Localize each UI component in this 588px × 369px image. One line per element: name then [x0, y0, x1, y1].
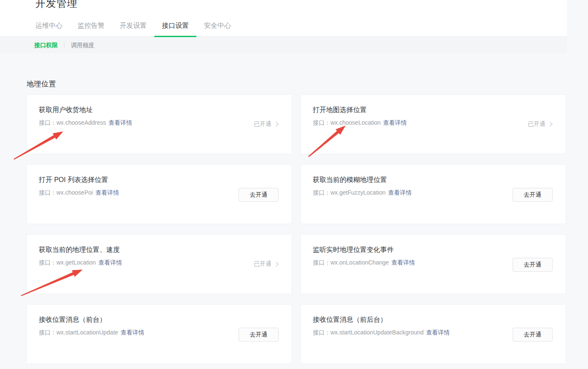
api-card-title: 获取用户收货地址 — [39, 106, 93, 115]
activate-button[interactable]: 去开通 — [513, 188, 553, 202]
status-label: 已开通 — [254, 120, 271, 128]
view-details-link[interactable]: 查看详情 — [392, 259, 415, 266]
api-card-onLocationChange: 监听实时地理位置变化事件 接口：wx.onLocationChange查看详情 … — [301, 234, 566, 294]
api-card-title: 打开地图选择位置 — [313, 106, 367, 115]
api-line: 接口：wx.chooseLocation查看详情 — [313, 119, 407, 127]
api-name: wx.startLocationUpdate — [56, 329, 118, 336]
api-label: 接口：wx.getFuzzyLocation — [313, 189, 386, 196]
view-details-link[interactable]: 查看详情 — [121, 329, 144, 336]
api-card-title: 接收位置消息（前后台） — [313, 316, 387, 324]
api-line: 接口：wx.getFuzzyLocation查看详情 — [313, 189, 412, 197]
api-label: 接口：wx.getLocation — [39, 259, 96, 266]
tab-monitor-alert[interactable]: 监控告警 — [70, 21, 112, 37]
api-name: wx.onLocationChange — [330, 259, 389, 266]
api-line: 接口：wx.getLocation查看详情 — [39, 259, 122, 267]
api-line: 接口：wx.startLocationUpdateBackground查看详情 — [313, 329, 450, 337]
view-details-link[interactable]: 查看详情 — [98, 259, 122, 266]
section-title-geolocation: 地理位置 — [27, 79, 588, 89]
status-label: 已开通 — [528, 120, 545, 128]
api-label: 接口：wx.startLocationUpdateBackground — [313, 329, 424, 336]
api-card-grid: 获取用户收货地址 接口：wx.chooseAddress查看详情 已开通 打开地… — [27, 94, 588, 364]
view-details-link[interactable]: 查看详情 — [95, 189, 119, 196]
activate-button[interactable]: 去开通 — [239, 328, 279, 342]
api-card-title: 获取当前的地理位置、速度 — [39, 246, 120, 254]
api-card-choosePoi: 打开 POI 列表选择位置 接口：wx.choosePoi查看详情 去开通 — [27, 164, 292, 224]
api-card-getFuzzyLocation: 获取当前的模糊地理位置 接口：wx.getFuzzyLocation查看详情 去… — [301, 164, 566, 224]
api-name: wx.getLocation — [56, 259, 96, 266]
chevron-right-icon — [548, 122, 552, 126]
api-card-title: 监听实时地理位置变化事件 — [313, 246, 394, 254]
tab-bar: 运维中心 监控告警 开发设置 接口设置 安全中心 — [28, 21, 239, 37]
view-details-link[interactable]: 查看详情 — [388, 189, 412, 196]
api-name: wx.startLocationUpdateBackground — [330, 329, 424, 336]
tab-dev-settings[interactable]: 开发设置 — [112, 21, 154, 37]
subnav-divider — [64, 43, 64, 48]
api-label: 接口：wx.onLocationChange — [313, 259, 389, 266]
api-label: 接口：wx.chooseAddress — [39, 119, 106, 126]
subnav-call-quota[interactable]: 调用额度 — [71, 42, 94, 49]
api-name: wx.chooseAddress — [56, 119, 106, 126]
api-card-getLocation: 获取当前的地理位置、速度 接口：wx.getLocation查看详情 已开通 — [27, 234, 292, 294]
status-label: 已开通 — [254, 260, 271, 268]
api-line: 接口：wx.onLocationChange查看详情 — [313, 259, 415, 267]
tab-api-settings[interactable]: 接口设置 — [154, 21, 196, 37]
api-name: wx.choosePoi — [56, 189, 93, 196]
api-label: 接口：wx.startLocationUpdate — [39, 329, 118, 336]
api-card-chooseLocation: 打开地图选择位置 接口：wx.chooseLocation查看详情 已开通 — [301, 94, 566, 154]
api-card-title: 接收位置消息（前台） — [39, 316, 106, 324]
activate-button[interactable]: 去开通 — [513, 328, 553, 342]
subnav-api-permissions[interactable]: 接口权限 — [34, 42, 58, 49]
status-opened-link[interactable]: 已开通 — [254, 260, 278, 268]
chevron-right-icon — [274, 262, 278, 266]
api-name: wx.chooseLocation — [330, 119, 381, 126]
chevron-right-icon — [274, 122, 278, 126]
sub-nav: 接口权限 调用额度 — [0, 37, 567, 53]
api-card-startLocationUpdateBackground: 接收位置消息（前后台） 接口：wx.startLocationUpdateBac… — [301, 304, 566, 364]
api-card-startLocationUpdate: 接收位置消息（前台） 接口：wx.startLocationUpdate查看详情… — [27, 304, 292, 364]
api-line: 接口：wx.choosePoi查看详情 — [39, 189, 119, 197]
status-opened-link[interactable]: 已开通 — [254, 120, 278, 128]
api-card-chooseAddress: 获取用户收货地址 接口：wx.chooseAddress查看详情 已开通 — [27, 94, 292, 154]
api-line: 接口：wx.startLocationUpdate查看详情 — [39, 329, 144, 337]
status-opened-link[interactable]: 已开通 — [528, 120, 552, 128]
activate-button[interactable]: 去开通 — [239, 188, 279, 202]
view-details-link[interactable]: 查看详情 — [426, 329, 450, 336]
view-details-link[interactable]: 查看详情 — [109, 119, 132, 126]
tab-security-center[interactable]: 安全中心 — [196, 21, 239, 37]
api-line: 接口：wx.chooseAddress查看详情 — [39, 119, 132, 127]
page-title: 开发管理 — [35, 0, 78, 10]
api-label: 接口：wx.choosePoi — [39, 189, 93, 196]
page-header: 开发管理 运维中心 监控告警 开发设置 接口设置 安全中心 — [0, 0, 567, 37]
view-details-link[interactable]: 查看详情 — [383, 119, 407, 126]
api-card-title: 打开 POI 列表选择位置 — [39, 176, 108, 184]
api-name: wx.getFuzzyLocation — [330, 189, 386, 196]
content-area: 地理位置 获取用户收货地址 接口：wx.chooseAddress查看详情 已开… — [0, 53, 588, 364]
api-label: 接口：wx.chooseLocation — [313, 119, 381, 126]
activate-button[interactable]: 去开通 — [513, 258, 553, 272]
tab-ops-center[interactable]: 运维中心 — [28, 21, 70, 37]
api-card-title: 获取当前的模糊地理位置 — [313, 176, 387, 184]
